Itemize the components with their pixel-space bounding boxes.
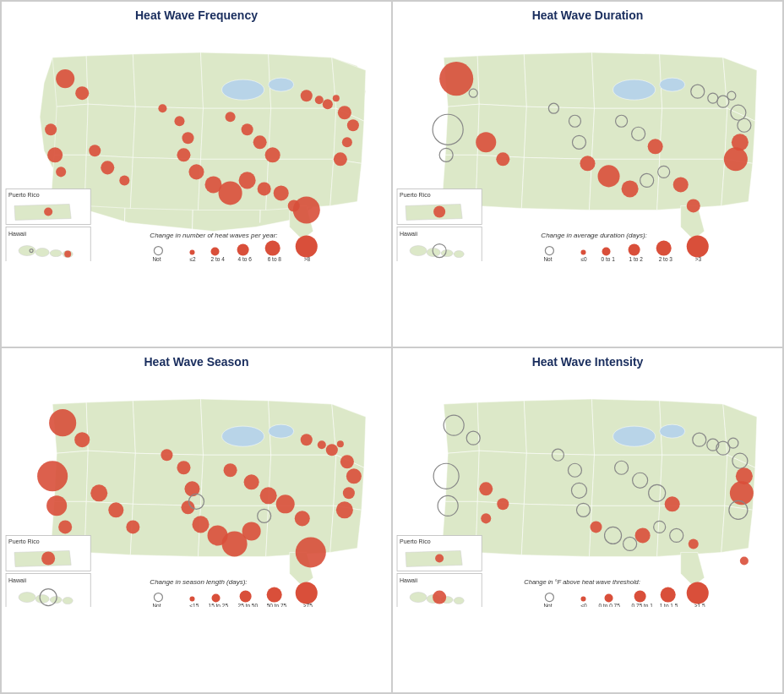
svg-point-83 <box>410 592 427 602</box>
dot-pr <box>41 551 55 565</box>
dot <box>333 95 340 101</box>
dot <box>58 520 72 533</box>
svg-text:Change in average duration (da: Change in average duration (days): <box>541 232 646 239</box>
dot <box>126 520 139 533</box>
dot <box>161 449 172 461</box>
dot-pr <box>433 205 445 217</box>
map-intensity: Puerto Rico Hawaii Change in °F above he… <box>393 370 782 608</box>
svg-point-51 <box>687 236 709 258</box>
svg-text:0.75 to 1: 0.75 to 1 <box>632 602 654 607</box>
dot <box>101 161 114 174</box>
dot <box>75 86 89 100</box>
svg-point-45 <box>602 248 611 256</box>
dot <box>580 156 595 171</box>
dot <box>56 167 66 177</box>
title-frequency: Heat Wave Frequency <box>2 2 391 24</box>
dot <box>301 90 313 101</box>
svg-point-67 <box>189 596 194 601</box>
svg-point-88 <box>545 593 553 601</box>
svg-text:1 to 1.5: 1 to 1.5 <box>660 602 678 607</box>
svg-point-62 <box>63 597 73 604</box>
svg-text:2 to 3: 2 to 3 <box>659 256 673 261</box>
svg-point-12 <box>35 249 49 257</box>
dot <box>242 123 253 135</box>
map-frequency: Puerto Rico Hawaii Change in number of h… <box>2 24 391 261</box>
dot <box>49 409 76 436</box>
svg-point-54 <box>269 424 294 438</box>
dot <box>192 516 209 533</box>
dot <box>315 96 324 104</box>
svg-point-71 <box>240 590 252 602</box>
svg-point-40 <box>545 247 553 255</box>
svg-point-47 <box>629 244 640 256</box>
svg-text:0 to 0.75: 0 to 0.75 <box>599 602 621 607</box>
title-season: Heat Wave Season <box>2 348 391 370</box>
svg-point-78 <box>660 424 685 438</box>
dot <box>90 484 107 501</box>
svg-point-38 <box>454 251 464 258</box>
dot <box>476 132 496 152</box>
dot <box>242 522 261 540</box>
dot <box>479 482 493 495</box>
svg-point-35 <box>410 246 427 256</box>
svg-text:Hawaii: Hawaii <box>8 231 26 237</box>
dot <box>343 487 355 499</box>
svg-point-13 <box>50 250 62 257</box>
svg-text:Hawaii: Hawaii <box>8 577 26 582</box>
svg-text:Not: Not <box>543 602 552 607</box>
svg-point-86 <box>454 597 464 604</box>
dot <box>301 434 313 445</box>
dot <box>89 145 101 156</box>
dot <box>274 185 289 200</box>
svg-point-53 <box>222 426 264 446</box>
svg-point-93 <box>605 593 613 602</box>
svg-point-77 <box>613 426 656 446</box>
dot <box>260 487 277 504</box>
svg-text:>1.5: >1.5 <box>694 602 705 607</box>
svg-text:Not: Not <box>152 256 161 261</box>
svg-point-19 <box>189 250 194 255</box>
svg-text:≤2: ≤2 <box>189 256 196 261</box>
dot <box>496 152 509 166</box>
dot <box>622 180 639 197</box>
svg-text:0 to 1: 0 to 1 <box>602 256 616 261</box>
dot <box>336 501 353 518</box>
dot <box>481 513 491 523</box>
svg-point-60 <box>35 594 49 603</box>
dot <box>665 496 680 511</box>
svg-text:≤0: ≤0 <box>580 256 587 261</box>
dot <box>253 135 267 149</box>
svg-point-73 <box>267 587 282 602</box>
dot <box>37 461 68 491</box>
svg-text:≤15: ≤15 <box>189 602 199 607</box>
dot <box>334 152 347 166</box>
svg-point-99 <box>687 582 709 604</box>
svg-point-97 <box>661 587 676 602</box>
svg-text:>75: >75 <box>303 602 313 607</box>
dot <box>265 147 280 162</box>
dot <box>326 444 338 456</box>
dot <box>226 112 236 122</box>
dot-hawaii <box>64 251 71 258</box>
dot <box>276 495 295 513</box>
dot <box>724 147 748 171</box>
dot <box>689 538 699 549</box>
dot <box>346 468 362 484</box>
title-intensity: Heat Wave Intensity <box>393 348 782 370</box>
svg-point-5 <box>222 79 264 100</box>
svg-text:Change in number of heat waves: Change in number of heat waves per year: <box>150 232 277 239</box>
dot <box>347 119 359 131</box>
svg-text:Puerto Rico: Puerto Rico <box>400 538 431 544</box>
dot <box>340 455 354 468</box>
svg-text:Not: Not <box>152 602 161 607</box>
dot <box>687 199 700 212</box>
dot <box>258 182 271 195</box>
panel-season: Heat Wave Season <box>1 347 392 694</box>
dot <box>673 177 689 192</box>
dot-pr <box>435 554 444 562</box>
dot <box>45 123 57 135</box>
dot <box>158 104 166 112</box>
svg-point-91 <box>580 596 585 601</box>
svg-point-49 <box>656 241 672 256</box>
main-grid: Heat Wave Frequency <box>0 0 784 694</box>
